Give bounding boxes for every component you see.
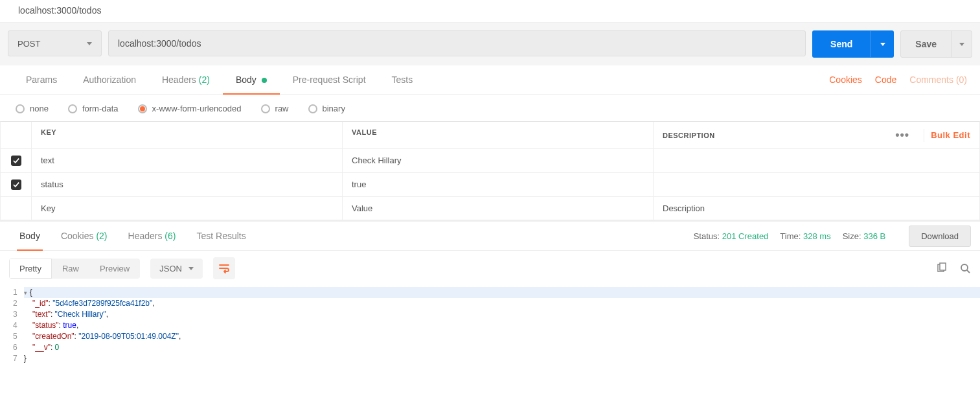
radio-icon xyxy=(308,104,317,113)
url-display: localhost:3000/todos xyxy=(0,0,980,23)
view-mode-seg: Pretty Raw Preview xyxy=(9,259,140,279)
checkbox[interactable] xyxy=(11,179,21,190)
copy-icon[interactable] xyxy=(936,262,948,274)
resp-tab-headers[interactable]: Headers (6) xyxy=(118,222,187,250)
kv-header: KEY VALUE DESCRIPTION ••• Bulk Edit xyxy=(1,122,979,149)
view-raw[interactable]: Raw xyxy=(52,259,89,279)
resp-tab-tests[interactable]: Test Results xyxy=(186,222,256,250)
save-dropdown[interactable] xyxy=(951,31,972,57)
table-row: text Check Hillary xyxy=(1,149,979,173)
request-tabs: Params Authorization Headers (2) Body Pr… xyxy=(0,65,980,95)
svg-rect-1 xyxy=(940,263,946,270)
wrap-icon xyxy=(218,262,230,274)
desc-cell[interactable]: Description xyxy=(654,197,979,220)
kv-header-key: KEY xyxy=(32,122,343,148)
table-row: status true xyxy=(1,173,979,197)
table-row-new: Key Value Description xyxy=(1,197,979,220)
send-button[interactable]: Send xyxy=(812,30,894,58)
viewer-bar: Pretty Raw Preview JSON xyxy=(0,251,980,286)
type-select[interactable]: JSON xyxy=(150,259,203,279)
tab-params[interactable]: Params xyxy=(13,65,70,94)
key-cell[interactable]: Key xyxy=(32,197,343,220)
tab-body-label: Body xyxy=(236,75,256,85)
svg-point-2 xyxy=(961,264,968,271)
kv-header-value: VALUE xyxy=(343,122,654,148)
desc-cell[interactable] xyxy=(654,149,979,172)
resp-tab-cookies[interactable]: Cookies (2) xyxy=(51,222,118,250)
cookies-link[interactable]: Cookies xyxy=(829,75,862,85)
code-lines[interactable]: ▾{ "_id": "5d4cfe3d7289f925fca41f2b", "t… xyxy=(24,286,980,365)
view-preview[interactable]: Preview xyxy=(89,259,140,279)
svg-line-3 xyxy=(967,270,970,273)
chevron-down-icon xyxy=(959,43,964,46)
radio-icon xyxy=(261,104,270,113)
tab-authorization[interactable]: Authorization xyxy=(70,65,149,94)
response-body: 1 2 3 4 5 6 7 ▾{ "_id": "5d4cfe3d7289f92… xyxy=(0,286,980,378)
send-dropdown[interactable] xyxy=(871,31,894,57)
method-label: POST xyxy=(17,39,40,49)
code-link[interactable]: Code xyxy=(875,75,896,85)
line-gutter: 1 2 3 4 5 6 7 xyxy=(0,286,24,365)
value-cell[interactable]: Check Hillary xyxy=(343,149,654,172)
response-bar: Body Cookies (2) Headers (6) Test Result… xyxy=(0,221,980,251)
radio-icon xyxy=(16,104,25,113)
body-type-raw[interactable]: raw xyxy=(261,104,289,113)
dot-icon xyxy=(262,78,267,83)
time-label: Time: xyxy=(780,231,801,241)
kv-header-desc: DESCRIPTION xyxy=(663,132,715,139)
download-button[interactable]: Download xyxy=(909,226,971,247)
tab-prerequest[interactable]: Pre-request Script xyxy=(280,65,379,94)
radio-icon xyxy=(68,104,77,113)
body-type-binary[interactable]: binary xyxy=(308,104,345,113)
resp-tab-body[interactable]: Body xyxy=(9,222,51,250)
url-input[interactable] xyxy=(108,30,806,56)
kv-table: KEY VALUE DESCRIPTION ••• Bulk Edit text… xyxy=(0,121,980,221)
bulk-edit-link[interactable]: Bulk Edit xyxy=(931,130,970,140)
request-bar: POST Send Save xyxy=(0,23,980,65)
body-type-selector: none form-data x-www-form-urlencoded raw… xyxy=(0,95,980,121)
method-select[interactable]: POST xyxy=(8,30,102,56)
value-cell[interactable]: true xyxy=(343,173,654,196)
tab-headers-count: (2) xyxy=(199,75,210,85)
tab-headers-label: Headers xyxy=(162,75,196,85)
chevron-down-icon xyxy=(87,42,92,45)
view-pretty[interactable]: Pretty xyxy=(9,259,52,279)
tab-body[interactable]: Body xyxy=(223,65,280,94)
key-cell[interactable]: status xyxy=(32,173,343,196)
tab-headers[interactable]: Headers (2) xyxy=(149,65,223,94)
chevron-down-icon xyxy=(880,43,885,46)
send-button-label: Send xyxy=(812,31,871,57)
more-icon[interactable]: ••• xyxy=(895,128,917,142)
comments-link[interactable]: Comments (0) xyxy=(909,75,967,85)
save-button[interactable]: Save xyxy=(900,30,972,58)
wrap-lines-button[interactable] xyxy=(213,257,235,279)
radio-icon xyxy=(138,104,147,113)
time-value: 328 ms xyxy=(803,231,831,241)
key-cell[interactable]: text xyxy=(32,149,343,172)
status-value: 201 Created xyxy=(722,231,769,241)
search-icon[interactable] xyxy=(959,262,971,274)
body-type-urlencoded[interactable]: x-www-form-urlencoded xyxy=(138,104,242,113)
tab-tests[interactable]: Tests xyxy=(379,65,426,94)
body-type-formdata[interactable]: form-data xyxy=(68,104,119,113)
body-type-none[interactable]: none xyxy=(16,104,49,113)
save-button-label: Save xyxy=(901,31,951,57)
size-value: 336 B xyxy=(863,231,885,241)
desc-cell[interactable] xyxy=(654,173,979,196)
checkbox[interactable] xyxy=(11,156,21,166)
chevron-down-icon xyxy=(188,267,194,270)
size-label: Size: xyxy=(843,231,861,241)
value-cell[interactable]: Value xyxy=(343,197,654,220)
status-label: Status: xyxy=(694,231,720,241)
